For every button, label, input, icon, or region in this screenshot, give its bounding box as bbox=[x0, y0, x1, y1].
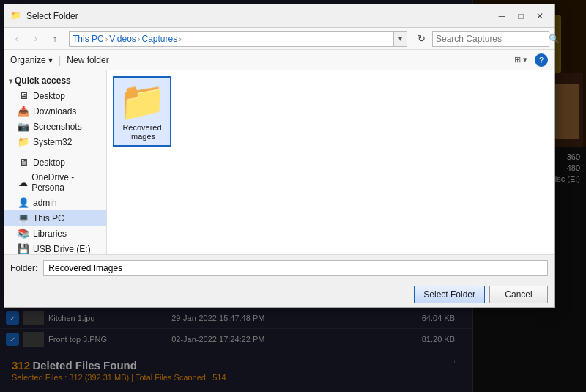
folder-icon: 📁 bbox=[119, 82, 166, 120]
cancel-button[interactable]: Cancel bbox=[489, 286, 548, 303]
sidebar-item-label: System32 bbox=[33, 137, 72, 147]
admin-icon: 👤 bbox=[18, 197, 29, 208]
forward-button[interactable]: › bbox=[28, 31, 44, 47]
screenshots-icon: 📷 bbox=[18, 121, 29, 132]
downloads-icon: 📥 bbox=[18, 106, 29, 117]
sidebar-item-desktop-quick[interactable]: 🖥 Desktop bbox=[4, 88, 106, 103]
address-bar: This PC › Videos › Captures › ▾ bbox=[69, 31, 407, 47]
view-controls: ⊞ ▾ ? bbox=[511, 53, 548, 67]
sidebar-item-desktop[interactable]: 🖥 Desktop bbox=[4, 155, 106, 170]
sidebar-item-label: Desktop bbox=[33, 91, 65, 101]
sidebar-item-libraries[interactable]: 📚 Libraries bbox=[4, 226, 106, 241]
libraries-icon: 📚 bbox=[18, 228, 29, 239]
maximize-button[interactable]: □ bbox=[513, 8, 529, 24]
sidebar-item-usb[interactable]: 💾 USB Drive (E:) bbox=[4, 241, 106, 254]
minimize-button[interactable]: ─ bbox=[494, 8, 510, 24]
sidebar-item-label: Downloads bbox=[33, 106, 76, 117]
select-folder-button[interactable]: Select Folder bbox=[414, 286, 485, 303]
address-dropdown[interactable]: ▾ bbox=[393, 32, 407, 46]
breadcrumb: This PC › Videos › Captures › bbox=[70, 34, 393, 44]
sidebar-item-label: Screenshots bbox=[33, 122, 82, 132]
content-area: 📁 Recovered Images bbox=[107, 70, 554, 254]
sidebar-item-downloads[interactable]: 📥 Downloads bbox=[4, 103, 106, 119]
folder-item-label: Recovered Images bbox=[117, 123, 167, 141]
onedrive-icon: ☁ bbox=[18, 177, 28, 188]
search-icon[interactable]: 🔍 bbox=[549, 32, 560, 46]
view-mode-button[interactable]: ⊞ ▾ bbox=[511, 54, 530, 65]
help-button[interactable]: ? bbox=[535, 53, 548, 67]
action-buttons: Select Folder Cancel bbox=[4, 281, 554, 307]
sidebar-item-label: Desktop bbox=[33, 158, 65, 168]
select-folder-dialog: 📁 Select Folder ─ □ ✕ ‹ › ↑ This PC › Vi… bbox=[4, 4, 555, 308]
sidebar-item-label: OneDrive - Persona bbox=[31, 172, 100, 193]
main-area: ▾ Quick access 🖥 Desktop 📥 Downloads 📷 S… bbox=[4, 70, 554, 254]
nav-toolbar: ‹ › ↑ This PC › Videos › Captures › ▾ ↻ … bbox=[4, 28, 554, 50]
title-bar: 📁 Select Folder ─ □ ✕ bbox=[4, 4, 554, 28]
pc-icon: 💻 bbox=[18, 212, 29, 223]
sidebar-item-label: This PC bbox=[33, 213, 64, 223]
quick-access-header[interactable]: ▾ Quick access bbox=[4, 73, 106, 88]
sidebar-item-label: Libraries bbox=[33, 229, 67, 239]
folder-label: Folder: bbox=[10, 263, 37, 273]
folder-item-recovered-images[interactable]: 📁 Recovered Images bbox=[113, 76, 171, 147]
sidebar-item-this-pc[interactable]: 💻 This PC bbox=[4, 210, 106, 226]
breadcrumb-videos[interactable]: Videos bbox=[109, 34, 136, 44]
system32-icon: 📁 bbox=[18, 136, 29, 147]
desktop-icon: 🖥 bbox=[18, 90, 29, 101]
folder-input[interactable] bbox=[43, 260, 548, 276]
sidebar-item-system32[interactable]: 📁 System32 bbox=[4, 134, 106, 149]
sidebar-item-onedrive[interactable]: ☁ OneDrive - Persona bbox=[4, 170, 106, 195]
sidebar-item-admin[interactable]: 👤 admin bbox=[4, 195, 106, 210]
breadcrumb-this-pc[interactable]: This PC bbox=[73, 34, 104, 44]
sidebar-item-label: USB Drive (E:) bbox=[33, 244, 91, 254]
desktop2-icon: 🖥 bbox=[18, 157, 29, 168]
up-button[interactable]: ↑ bbox=[47, 31, 63, 47]
quick-access-label: Quick access bbox=[15, 75, 71, 86]
folder-bar: Folder: bbox=[4, 254, 554, 281]
close-button[interactable]: ✕ bbox=[532, 8, 548, 24]
search-input[interactable] bbox=[433, 34, 549, 44]
title-bar-controls: ─ □ ✕ bbox=[494, 8, 548, 24]
sidebar: ▾ Quick access 🖥 Desktop 📥 Downloads 📷 S… bbox=[4, 70, 107, 254]
sidebar-item-label: admin bbox=[33, 198, 57, 208]
sidebar-item-screenshots[interactable]: 📷 Screenshots bbox=[4, 119, 106, 134]
back-button[interactable]: ‹ bbox=[9, 31, 25, 47]
organize-button[interactable]: Organize ▾ bbox=[10, 55, 53, 65]
new-folder-button[interactable]: New folder bbox=[67, 55, 108, 65]
title-icon: 📁 bbox=[10, 10, 22, 22]
organize-bar: Organize ▾ | New folder ⊞ ▾ ? bbox=[4, 50, 554, 70]
usb-icon: 💾 bbox=[18, 243, 29, 254]
refresh-button[interactable]: ↻ bbox=[413, 31, 429, 47]
search-box: 🔍 bbox=[432, 31, 549, 47]
breadcrumb-captures[interactable]: Captures bbox=[142, 34, 178, 44]
dialog-title: Select Folder bbox=[26, 11, 494, 21]
